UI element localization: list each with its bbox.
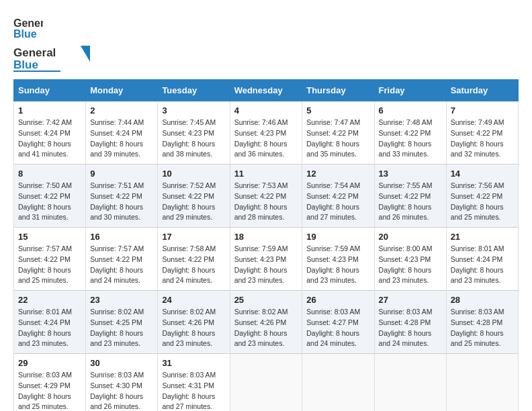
calendar-cell: 13 Sunrise: 7:55 AMSunset: 4:22 PMDaylig…: [374, 165, 446, 228]
calendar-cell: 18 Sunrise: 7:59 AMSunset: 4:23 PMDaylig…: [230, 228, 302, 291]
day-number: 21: [451, 232, 514, 242]
day-detail: Sunrise: 7:56 AMSunset: 4:22 PMDaylight:…: [451, 181, 504, 221]
day-number: 19: [306, 232, 369, 242]
calendar-week-row: 1 Sunrise: 7:42 AMSunset: 4:24 PMDayligh…: [14, 101, 519, 165]
logo-icon: General Blue: [13, 13, 43, 43]
day-number: 20: [379, 232, 442, 242]
header-day-wednesday: Wednesday: [230, 80, 302, 101]
calendar-cell: 31 Sunrise: 8:03 AMSunset: 4:31 PMDaylig…: [158, 354, 230, 412]
calendar-cell: [374, 354, 446, 412]
svg-marker-5: [81, 46, 90, 62]
calendar-cell: 15 Sunrise: 7:57 AMSunset: 4:22 PMDaylig…: [14, 228, 86, 291]
day-detail: Sunrise: 8:02 AMSunset: 4:26 PMDaylight:…: [234, 308, 288, 347]
day-number: 22: [18, 295, 81, 305]
day-number: 15: [18, 232, 81, 242]
day-detail: Sunrise: 8:03 AMSunset: 4:28 PMDaylight:…: [451, 308, 504, 347]
calendar-cell: 8 Sunrise: 7:50 AMSunset: 4:22 PMDayligh…: [14, 165, 86, 228]
calendar-cell: 2 Sunrise: 7:44 AMSunset: 4:24 PMDayligh…: [86, 101, 158, 165]
day-number: 17: [162, 232, 225, 242]
day-detail: Sunrise: 8:01 AMSunset: 4:24 PMDaylight:…: [18, 308, 72, 347]
calendar-cell: 17 Sunrise: 7:58 AMSunset: 4:22 PMDaylig…: [158, 228, 230, 291]
day-detail: Sunrise: 8:02 AMSunset: 4:25 PMDaylight:…: [90, 308, 144, 347]
calendar-week-row: 22 Sunrise: 8:01 AMSunset: 4:24 PMDaylig…: [14, 291, 519, 354]
header-day-tuesday: Tuesday: [158, 80, 230, 101]
header-day-friday: Friday: [374, 80, 446, 101]
day-number: 11: [234, 169, 298, 179]
day-detail: Sunrise: 7:52 AMSunset: 4:22 PMDaylight:…: [162, 181, 216, 221]
day-number: 29: [18, 358, 81, 368]
calendar-week-row: 15 Sunrise: 7:57 AMSunset: 4:22 PMDaylig…: [14, 228, 519, 291]
day-number: 1: [18, 105, 81, 116]
day-number: 27: [379, 295, 442, 305]
header-day-sunday: Sunday: [14, 80, 86, 101]
day-detail: Sunrise: 7:42 AMSunset: 4:24 PMDaylight:…: [18, 118, 72, 158]
calendar-cell: 10 Sunrise: 7:52 AMSunset: 4:22 PMDaylig…: [158, 165, 230, 228]
day-detail: Sunrise: 7:59 AMSunset: 4:23 PMDaylight:…: [306, 244, 360, 284]
day-number: 16: [90, 232, 153, 242]
day-number: 10: [162, 169, 225, 179]
day-detail: Sunrise: 8:01 AMSunset: 4:24 PMDaylight:…: [451, 244, 504, 284]
header-day-saturday: Saturday: [446, 80, 518, 101]
calendar-cell: 1 Sunrise: 7:42 AMSunset: 4:24 PMDayligh…: [14, 101, 86, 165]
day-number: 7: [451, 105, 514, 116]
day-detail: Sunrise: 7:54 AMSunset: 4:22 PMDaylight:…: [306, 181, 360, 221]
svg-text:General: General: [13, 46, 56, 59]
day-detail: Sunrise: 7:53 AMSunset: 4:22 PMDaylight:…: [234, 181, 288, 221]
calendar-cell: 24 Sunrise: 8:02 AMSunset: 4:26 PMDaylig…: [158, 291, 230, 354]
day-number: 4: [234, 105, 298, 116]
day-number: 25: [234, 295, 298, 305]
calendar-cell: 9 Sunrise: 7:51 AMSunset: 4:22 PMDayligh…: [86, 165, 158, 228]
day-number: 13: [379, 169, 442, 179]
day-detail: Sunrise: 8:00 AMSunset: 4:23 PMDaylight:…: [379, 244, 433, 284]
calendar-cell: 19 Sunrise: 7:59 AMSunset: 4:23 PMDaylig…: [302, 228, 374, 291]
calendar-cell: 28 Sunrise: 8:03 AMSunset: 4:28 PMDaylig…: [446, 291, 518, 354]
day-number: 2: [90, 105, 153, 116]
day-number: 31: [162, 358, 225, 368]
svg-text:Blue: Blue: [13, 58, 38, 71]
calendar-cell: 20 Sunrise: 8:00 AMSunset: 4:23 PMDaylig…: [374, 228, 446, 291]
day-number: 6: [379, 105, 442, 116]
day-detail: Sunrise: 7:44 AMSunset: 4:24 PMDaylight:…: [90, 118, 144, 158]
day-detail: Sunrise: 7:45 AMSunset: 4:23 PMDaylight:…: [162, 118, 216, 158]
calendar-cell: 6 Sunrise: 7:48 AMSunset: 4:22 PMDayligh…: [374, 101, 446, 165]
day-detail: Sunrise: 8:03 AMSunset: 4:30 PMDaylight:…: [90, 371, 144, 410]
calendar-cell: 11 Sunrise: 7:53 AMSunset: 4:22 PMDaylig…: [230, 165, 302, 228]
day-number: 18: [234, 232, 298, 242]
calendar-cell: 12 Sunrise: 7:54 AMSunset: 4:22 PMDaylig…: [302, 165, 374, 228]
page-header: General Blue General Blue: [13, 13, 519, 73]
calendar-cell: 27 Sunrise: 8:03 AMSunset: 4:28 PMDaylig…: [374, 291, 446, 354]
day-number: 12: [306, 169, 369, 179]
calendar-cell: 30 Sunrise: 8:03 AMSunset: 4:30 PMDaylig…: [86, 354, 158, 412]
calendar-cell: 16 Sunrise: 7:57 AMSunset: 4:22 PMDaylig…: [86, 228, 158, 291]
day-number: 8: [18, 169, 81, 179]
calendar-body: 1 Sunrise: 7:42 AMSunset: 4:24 PMDayligh…: [14, 101, 519, 412]
day-detail: Sunrise: 7:51 AMSunset: 4:22 PMDaylight:…: [90, 181, 144, 221]
calendar-cell: [302, 354, 374, 412]
calendar-cell: 14 Sunrise: 7:56 AMSunset: 4:22 PMDaylig…: [446, 165, 518, 228]
day-detail: Sunrise: 8:02 AMSunset: 4:26 PMDaylight:…: [162, 308, 216, 347]
svg-text:General: General: [13, 17, 43, 29]
day-detail: Sunrise: 8:03 AMSunset: 4:29 PMDaylight:…: [18, 371, 72, 410]
logo-area: General Blue General Blue: [13, 13, 94, 73]
day-detail: Sunrise: 7:49 AMSunset: 4:22 PMDaylight:…: [451, 118, 504, 158]
day-number: 9: [90, 169, 153, 179]
day-number: 3: [162, 105, 225, 116]
calendar-cell: [230, 354, 302, 412]
day-number: 5: [306, 105, 369, 116]
svg-text:Blue: Blue: [13, 28, 37, 40]
day-detail: Sunrise: 7:48 AMSunset: 4:22 PMDaylight:…: [379, 118, 433, 158]
day-number: 30: [90, 358, 153, 368]
day-number: 24: [162, 295, 225, 305]
calendar-cell: 4 Sunrise: 7:46 AMSunset: 4:23 PMDayligh…: [230, 101, 302, 165]
calendar-cell: 7 Sunrise: 7:49 AMSunset: 4:22 PMDayligh…: [446, 101, 518, 165]
calendar-table: SundayMondayTuesdayWednesdayThursdayFrid…: [13, 79, 519, 411]
calendar-cell: 26 Sunrise: 8:03 AMSunset: 4:27 PMDaylig…: [302, 291, 374, 354]
calendar-cell: 25 Sunrise: 8:02 AMSunset: 4:26 PMDaylig…: [230, 291, 302, 354]
day-detail: Sunrise: 8:03 AMSunset: 4:28 PMDaylight:…: [379, 308, 433, 347]
calendar-cell: 29 Sunrise: 8:03 AMSunset: 4:29 PMDaylig…: [14, 354, 86, 412]
header-day-thursday: Thursday: [302, 80, 374, 101]
calendar-cell: [446, 354, 518, 412]
day-number: 14: [451, 169, 514, 179]
header-row: SundayMondayTuesdayWednesdayThursdayFrid…: [14, 80, 519, 101]
day-detail: Sunrise: 7:50 AMSunset: 4:22 PMDaylight:…: [18, 181, 72, 221]
